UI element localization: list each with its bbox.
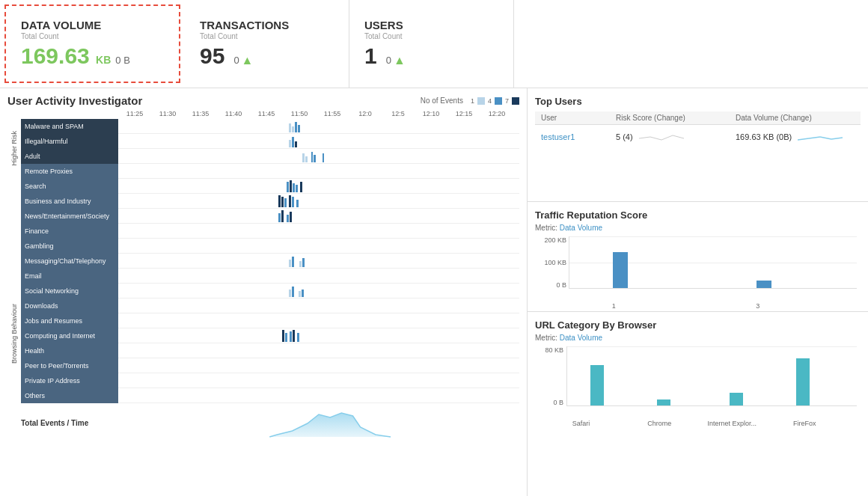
- messaging-chart-area: [118, 254, 519, 269]
- total-events-svg: [118, 408, 519, 438]
- malware-chart-area: [118, 119, 519, 134]
- firefox-bar: [796, 358, 810, 405]
- time-12-10: 12:10: [415, 110, 447, 117]
- traffic-title: Traffic Reputation Score: [535, 209, 861, 221]
- top-users-title: Top Users: [535, 96, 861, 107]
- remote-proxies-label: Remote Proxies: [21, 164, 118, 179]
- computing-row: Computing and Internet: [21, 328, 519, 343]
- health-chart-area: [118, 343, 519, 358]
- right-panel: Top Users User Risk Score (Change) Data …: [528, 88, 868, 496]
- legend-area: No of Events 1 4 7: [421, 97, 519, 105]
- computing-chart-area: [118, 328, 519, 343]
- y-200kb: 200 KB: [535, 236, 566, 244]
- header-risk: Risk Score (Change): [616, 114, 736, 122]
- x-label-1: 1: [612, 302, 616, 310]
- transactions-card: TRANSACTIONS Total Count 95 0 ▲: [185, 0, 349, 88]
- adult-row: Adult: [21, 149, 519, 164]
- downloads-chart-area: [118, 298, 519, 313]
- transactions-value: 95: [200, 43, 224, 69]
- svg-line-3: [673, 135, 684, 138]
- url-y-80kb: 80 KB: [535, 346, 563, 354]
- jobs-row: Jobs and Resumes: [21, 313, 519, 328]
- illegal-row: Illegal/Harmful: [21, 134, 519, 149]
- business-events: [278, 195, 299, 207]
- ie-bar: [730, 393, 743, 405]
- legend-7-box: [512, 97, 519, 105]
- svg-line-2: [661, 135, 673, 140]
- email-label: Email: [21, 269, 118, 284]
- gambling-row: Gambling: [21, 239, 519, 254]
- peer-label: Peer to Peer/Torrents: [21, 358, 118, 373]
- social-label: Social Networking: [21, 284, 118, 298]
- news-events: [278, 210, 292, 222]
- computing-label: Computing and Internet: [21, 328, 118, 343]
- user-testuser1[interactable]: testuser1: [541, 132, 616, 141]
- business-label: Business and Industry: [21, 194, 118, 209]
- peer-chart-area: [118, 358, 519, 373]
- private-ip-label: Private IP Address: [21, 373, 118, 388]
- time-11-55: 11:55: [316, 110, 349, 117]
- others-chart-area: [118, 388, 519, 403]
- health-row: Health: [21, 343, 519, 358]
- search-row: Search: [21, 179, 519, 194]
- peer-row: Peer to Peer/Torrents: [21, 358, 519, 373]
- messaging-label: Messaging/Chat/Telephony: [21, 254, 118, 269]
- svg-line-6: [820, 137, 831, 139]
- data-volume-secondary: 0 B: [115, 55, 130, 66]
- no-events-label: No of Events: [421, 97, 463, 105]
- y-0b: 0 B: [535, 281, 566, 289]
- time-header: 11:25 11:30 11:35 11:40 11:45 11:50 11:5…: [118, 110, 519, 117]
- social-row: Social Networking: [21, 284, 519, 298]
- url-category-section: URL Category By Browser Metric: Data Vol…: [528, 312, 868, 496]
- time-12-0: 12:0: [349, 110, 382, 117]
- total-events-chart: [118, 408, 519, 438]
- risk-sparkline: [639, 129, 684, 144]
- traffic-chart: 200 KB 100 KB 0 B: [535, 236, 861, 304]
- total-events-row: Total Events / Time: [21, 406, 519, 440]
- url-chart: 80 KB 0 B: [535, 346, 861, 421]
- top-users-section: Top Users User Risk Score (Change) Data …: [528, 88, 868, 202]
- jobs-label: Jobs and Resumes: [21, 313, 118, 328]
- remote-proxies-chart-area: [118, 164, 519, 179]
- news-chart-area: [118, 209, 519, 224]
- data-volume-subtitle: Total Count: [21, 32, 164, 40]
- chrome-bar: [657, 399, 670, 405]
- y-100kb: 100 KB: [535, 259, 566, 266]
- svg-line-1: [650, 137, 661, 140]
- dashboard: DATA VOLUME Total Count 169.63 KB 0 B TR…: [0, 0, 868, 496]
- users-subtitle: Total Count: [364, 32, 498, 40]
- url-metric: Metric: Data Volume: [535, 334, 861, 342]
- y-axis-labels: Higher Risk Browsing Behaviour: [7, 119, 21, 490]
- traffic-reputation-section: Traffic Reputation Score Metric: Data Vo…: [528, 202, 868, 312]
- malware-row: Malware and SPAM: [21, 119, 519, 134]
- svg-line-4: [798, 138, 809, 140]
- users-title: USERS: [364, 19, 498, 31]
- svg-line-5: [809, 137, 820, 138]
- search-events: [287, 180, 302, 192]
- top-users-spacer: [535, 149, 861, 194]
- risk-cell: 5 (4): [616, 129, 736, 144]
- volume-sparkline: [798, 129, 843, 144]
- stats-row: DATA VOLUME Total Count 169.63 KB 0 B TR…: [0, 0, 868, 88]
- time-11-45: 11:45: [250, 110, 283, 117]
- users-change: 0 ▲: [386, 54, 406, 67]
- higher-risk-label: Higher Risk: [7, 119, 21, 177]
- others-label: Others: [21, 388, 118, 403]
- gambling-chart-area: [118, 239, 519, 254]
- svg-line-0: [639, 137, 650, 138]
- risk-score-value: 5 (4): [616, 132, 633, 141]
- time-11-40: 11:40: [217, 110, 250, 117]
- legend-items: 1 4 7: [471, 97, 519, 105]
- url-grid-top: [567, 346, 857, 347]
- header-volume: Data Volume (Change): [736, 114, 855, 122]
- remote-proxies-row: Remote Proxies: [21, 164, 519, 179]
- data-volume-card: DATA VOLUME Total Count 169.63 KB 0 B: [4, 4, 180, 83]
- malware-events: [289, 120, 300, 132]
- jobs-chart-area: [118, 313, 519, 328]
- uai-header: User Activity Investigator No of Events …: [7, 94, 519, 107]
- time-12-15: 12:15: [447, 110, 480, 117]
- data-volume-value: 169.63 KB: [21, 43, 111, 69]
- legend-1-label: 1: [471, 97, 474, 105]
- search-chart-area: [118, 179, 519, 194]
- time-12-5: 12:5: [382, 110, 415, 117]
